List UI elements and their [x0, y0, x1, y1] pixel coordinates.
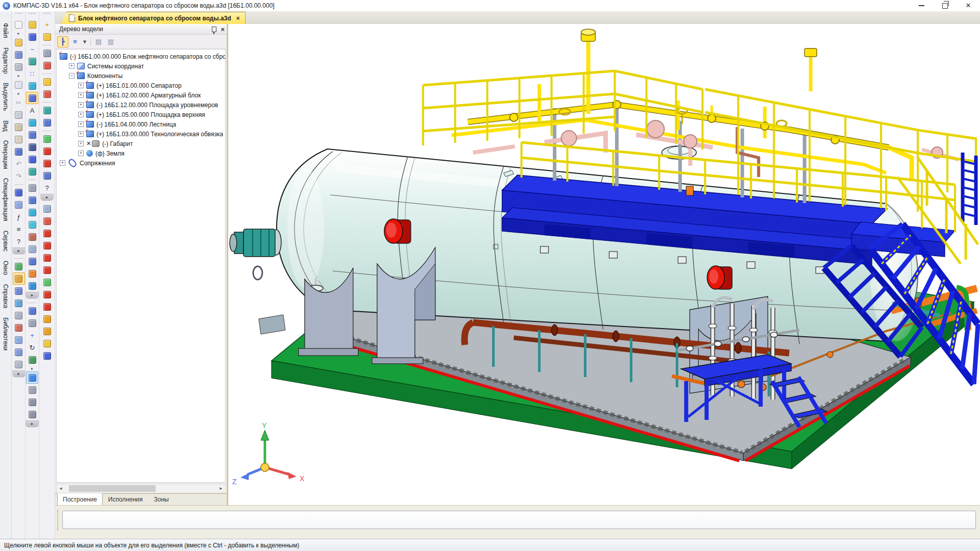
tree-toolbar-button[interactable] [89, 37, 92, 47]
expand-toggle[interactable]: + [78, 151, 84, 156]
clamp-button[interactable] [41, 325, 53, 337]
create-part-button[interactable] [41, 88, 53, 100]
tree-item-gabarit[interactable]: + ✕ (-) Габарит [57, 139, 225, 148]
save-button[interactable] [13, 48, 25, 61]
view-orbit-button[interactable] [26, 280, 38, 292]
print-dropdown[interactable]: ▸ [13, 73, 25, 79]
corner-bracket-button[interactable] [26, 255, 38, 267]
preview-button[interactable] [13, 79, 25, 91]
paste-button[interactable] [13, 121, 25, 133]
camera-view-button[interactable] [26, 153, 38, 165]
panel-drag-handle[interactable] [57, 510, 58, 530]
undo-button[interactable]: ↶ [13, 158, 25, 170]
expand-toggle[interactable]: + [78, 112, 84, 117]
collections-button[interactable] [26, 92, 38, 104]
tree-structure-button[interactable]: ┣ [57, 36, 68, 47]
numbering-button[interactable]: ≡ [13, 223, 25, 235]
boss-operation-button[interactable] [41, 116, 53, 129]
select-contour-button[interactable] [13, 297, 25, 309]
scrollbar-thumb[interactable] [69, 485, 156, 492]
menu-editor[interactable]: Редактор [2, 47, 9, 74]
tab-configurations[interactable]: Исполнения [103, 494, 149, 505]
model-overflow[interactable]: ▸ [26, 292, 39, 299]
toolbar-button[interactable] [26, 300, 38, 305]
hidden-lines-button[interactable] [26, 396, 38, 408]
view-dropdown[interactable]: ▸ [26, 366, 38, 371]
corner-plane-button[interactable] [26, 165, 38, 178]
points-button[interactable]: ∷ [26, 67, 38, 80]
toolbar-button[interactable] [13, 256, 25, 260]
vessel-red-nozzle-left[interactable] [384, 219, 411, 243]
print-button[interactable] [13, 61, 25, 73]
axes-2-button[interactable] [41, 215, 53, 227]
eraser-button[interactable] [41, 133, 53, 145]
move-view-button[interactable] [26, 354, 38, 366]
minimize-button[interactable] [910, 0, 933, 11]
document-tab[interactable]: Блок нефтяного сепаратора со сбросом вод… [61, 12, 246, 24]
tree-item-ground[interactable]: + (ф) Земля [57, 148, 225, 158]
new-document-button[interactable] [13, 18, 25, 31]
pin-icon[interactable] [212, 27, 216, 32]
direction-button[interactable] [26, 80, 38, 92]
zoom-area-button[interactable] [26, 317, 38, 329]
menu-specification[interactable]: Спецификация [2, 178, 9, 221]
toolbar-button[interactable] [41, 100, 53, 104]
collision-button[interactable] [41, 145, 53, 157]
tree-item-root[interactable]: (-) 16Б1.00.00.000 Блок нефтяного сепара… [57, 52, 225, 61]
end-square-button[interactable] [41, 349, 53, 362]
section-plane-button[interactable] [26, 206, 38, 218]
rotate-component-button[interactable] [13, 346, 25, 358]
cut-button[interactable]: ✂ [13, 96, 25, 109]
toolbar-grip[interactable] [15, 13, 22, 17]
move-up-mate-button[interactable] [41, 227, 53, 239]
table-button[interactable] [26, 129, 38, 141]
tree-item-armature-block[interactable]: + (+) 16Б1.02.00.000 Арматурный блок [57, 90, 225, 100]
vessel-red-nozzle-right[interactable] [707, 266, 732, 289]
add-from-file-button[interactable] [41, 76, 53, 88]
tree-item-ladder[interactable]: + (-) 16Б1.04.00.000 Лестница [57, 119, 225, 129]
c-clamp-button[interactable] [41, 337, 53, 349]
tree-close-icon[interactable]: × [220, 26, 225, 33]
zoom-in-button[interactable]: + [26, 329, 38, 341]
local-csys-button[interactable] [41, 59, 53, 71]
zoom-rect-button[interactable] [26, 305, 38, 317]
new-document-dropdown[interactable]: ▸ [13, 31, 25, 36]
expand-toggle[interactable]: + [78, 141, 84, 146]
add-part-button[interactable]: + [41, 18, 53, 31]
what-is-this-button[interactable]: ? [13, 235, 25, 247]
mate-distance-button[interactable] [41, 288, 53, 300]
tree-item-level-platform[interactable]: + (-) 16Б1.12.00.000 Площадка уровнемеро… [57, 100, 225, 110]
tree-composition-dropdown[interactable]: ▾ [82, 36, 88, 47]
expand-toggle[interactable]: + [78, 102, 84, 108]
toolbar-grip[interactable] [29, 13, 36, 17]
3d-viewport[interactable]: Y X Z [228, 24, 980, 505]
scroll-left-icon[interactable]: ◄ [57, 486, 65, 491]
display-overflow[interactable]: ▸ [26, 420, 39, 428]
offset-plane-button[interactable] [26, 55, 38, 67]
through-plane-button[interactable] [26, 194, 38, 206]
copy-button[interactable] [13, 109, 25, 121]
mate-angle-button[interactable] [41, 239, 53, 252]
tab-construction[interactable]: Построение [57, 493, 103, 505]
mate-coincide-button[interactable] [41, 157, 53, 169]
help-box-button[interactable]: ? [41, 182, 53, 194]
expand-toggle[interactable]: − [69, 73, 75, 79]
toolbar-button[interactable] [13, 182, 25, 186]
toolbar-grip[interactable] [43, 13, 51, 17]
toolbar-button[interactable] [41, 43, 53, 47]
block-button[interactable] [26, 31, 38, 43]
checklist-button[interactable] [41, 169, 53, 182]
tree-item-upper-platform[interactable]: + (+) 16Б1.05.00.000 Площадка верхняя [57, 110, 225, 119]
preview-dropdown[interactable]: ▸ [13, 91, 25, 96]
mate-perpendicular-button[interactable] [41, 264, 53, 276]
measure-button[interactable] [13, 358, 25, 370]
object-hint-button[interactable] [13, 198, 25, 211]
spline-button[interactable]: ~ [26, 43, 38, 55]
select-frame-button[interactable] [13, 309, 25, 321]
window-layout-button[interactable] [13, 186, 25, 198]
menu-view[interactable]: Вид [2, 120, 9, 132]
close-button[interactable]: × [957, 0, 980, 11]
mate-parallel-button[interactable] [41, 252, 53, 264]
menu-help[interactable]: Справка [2, 284, 9, 308]
open-button[interactable] [13, 36, 25, 48]
